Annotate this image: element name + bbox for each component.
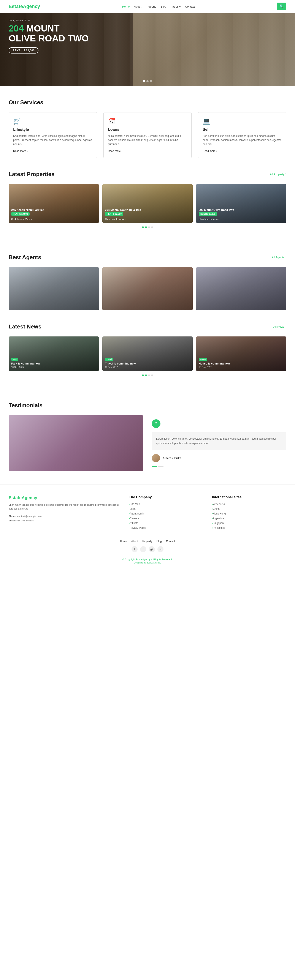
nav-pages[interactable]: Pages	[171, 5, 181, 8]
googleplus-icon[interactable]: g+	[149, 546, 155, 552]
property-name-1: 245 Azabu Nishi Park let	[11, 208, 96, 212]
property-link-3[interactable]: Click here to View	[199, 218, 284, 220]
author-name: Albert & Erika	[163, 457, 181, 460]
service-readmore-loans[interactable]: Read more	[108, 150, 187, 153]
property-image-2: 204 Montal South Bela Two RENT | $ 12,00…	[102, 184, 193, 223]
all-property-link[interactable]: All Property	[270, 172, 286, 176]
footer-nav-home[interactable]: Home	[120, 540, 127, 543]
footer-nav-about[interactable]: About	[131, 540, 138, 543]
service-readmore-lifestyle[interactable]: Read more	[13, 150, 92, 153]
news-image-3: House House is comming new 18 Sep. 2017	[196, 336, 286, 371]
hero-dots	[143, 80, 152, 82]
twitter-icon[interactable]: t	[140, 546, 146, 552]
news-info-1: Park Park is comming new 18 Sep. 2017	[9, 354, 99, 371]
nav-contact[interactable]: Contact	[185, 5, 195, 8]
prop-dot-4[interactable]	[151, 226, 153, 228]
news-card-1[interactable]: Park Park is comming new 18 Sep. 2017	[9, 336, 99, 371]
property-card-3[interactable]: 206 Mount Olive Road Two RENT | $ 12,000…	[196, 184, 286, 223]
footer-link-agentadmin: Agent Admin	[129, 512, 203, 515]
agent-card-3[interactable]	[196, 267, 286, 310]
news-dot-3[interactable]	[148, 374, 150, 376]
service-card-lifestyle: 🛒 Lifestyle Sed porttitor lectus nibh. C…	[9, 112, 97, 158]
agent-overlay-3	[196, 267, 286, 310]
footer-link-hongkong-a[interactable]: Hong Kong	[212, 512, 226, 515]
news-card-3[interactable]: House House is comming new 18 Sep. 2017	[196, 336, 286, 371]
logo[interactable]: EstateAgency	[9, 4, 40, 9]
testimonial-dot-1[interactable]	[152, 466, 157, 467]
hero-address: Doral, Florida 76345	[9, 19, 286, 22]
news-title-3: House is comming new	[199, 362, 284, 365]
nav-about[interactable]: About	[134, 5, 141, 8]
news-dot-1[interactable]	[142, 374, 144, 376]
property-link-2[interactable]: Click here to View	[105, 218, 190, 220]
services-section: Our Services 🛒 Lifestyle Sed porttitor l…	[0, 86, 295, 171]
footer-link-agentadmin-a[interactable]: Agent Admin	[129, 512, 145, 515]
all-agents-link[interactable]: All Agents	[272, 255, 286, 259]
news-info-3: House House is comming new 18 Sep. 2017	[196, 354, 286, 371]
footer-link-sitemap-a[interactable]: Site Map	[129, 503, 140, 506]
footer-link-venezuela: Venezuela	[212, 503, 286, 506]
property-card-2[interactable]: 204 Montal South Bela Two RENT | $ 12,00…	[102, 184, 193, 223]
property-info-1: 245 Azabu Nishi Park let RENT | $ 12,000…	[9, 206, 99, 223]
footer-nav-contact[interactable]: Contact	[166, 540, 175, 543]
service-title-loans: Loans	[108, 127, 187, 132]
agent-overlay-2	[102, 267, 193, 310]
linkedin-icon[interactable]: in	[158, 546, 163, 552]
all-news-link[interactable]: All News	[273, 325, 286, 328]
property-card-1[interactable]: 245 Azabu Nishi Park let RENT | $ 12,000…	[9, 184, 99, 223]
news-title: Latest News	[9, 323, 41, 330]
hero-badge-price: $ 12,000	[24, 49, 35, 52]
nav-home[interactable]: Home	[122, 5, 130, 9]
facebook-icon[interactable]: f	[132, 546, 137, 552]
footer-link-singapore-a[interactable]: Singapore	[212, 522, 225, 525]
footer-link-philippines: Philippines	[212, 527, 286, 530]
service-desc-sell: Sed porttitor lectus nibh. Cras ultricie…	[203, 134, 282, 146]
nav-list: Home About Property Blog Pages Contact	[122, 5, 195, 8]
news-grid: Park Park is comming new 18 Sep. 2017 Tr…	[9, 336, 286, 371]
hero-content: Doral, Florida 76345 204 MOUNTOLIVE ROAD…	[0, 13, 295, 60]
footer-nav-blog[interactable]: Blog	[156, 540, 162, 543]
footer-link-china-a[interactable]: China	[212, 508, 219, 511]
footer-link-legal-a[interactable]: Legal	[129, 508, 136, 511]
footer-made-by: Designed by BootstrapMade	[9, 562, 286, 564]
footer-link-philippines-a[interactable]: Philippines	[212, 527, 225, 530]
news-title-1: Park is comming new	[11, 362, 96, 365]
hero-dot-3[interactable]	[150, 80, 152, 82]
prop-dot-3[interactable]	[148, 226, 150, 228]
footer-link-argentina-a[interactable]: Argentina	[212, 517, 224, 520]
nav-property[interactable]: Property	[145, 5, 156, 8]
property-link-1[interactable]: Click here to View	[11, 218, 96, 220]
testimonial-author: Albert & Erika	[152, 454, 286, 462]
search-button[interactable]: 🔍	[277, 3, 286, 10]
hero-badge[interactable]: RENT | $ 12,000	[9, 47, 38, 54]
hero-badge-label: RENT	[13, 49, 20, 52]
lifestyle-icon: 🛒	[13, 118, 92, 125]
properties-grid: 245 Azabu Nishi Park let RENT | $ 12,000…	[9, 184, 286, 223]
services-grid: 🛒 Lifestyle Sed porttitor lectus nibh. C…	[9, 112, 286, 158]
footer-link-careers-a[interactable]: Careers	[129, 517, 139, 520]
prop-dot-1[interactable]	[142, 226, 144, 228]
prop-dot-2[interactable]	[145, 226, 147, 228]
footer-col-international: International sites Venezuela China Hong…	[212, 495, 286, 531]
footer: EstateAgency Enim minim veniam quis nost…	[0, 484, 295, 568]
service-readmore-sell[interactable]: Read more	[203, 150, 282, 153]
sell-icon: 💻	[203, 118, 282, 125]
nav-blog[interactable]: Blog	[161, 5, 166, 8]
news-dot-2[interactable]	[145, 374, 147, 376]
testimonial-inner: ❝ Lorem ipsum dolor sit amet, consectetu…	[9, 415, 286, 471]
property-badge-3: RENT | $ 12,000	[199, 212, 217, 216]
news-dot-4[interactable]	[151, 374, 153, 376]
footer-nav-property[interactable]: Property	[142, 540, 152, 543]
hero-dot-2[interactable]	[147, 80, 148, 82]
hero-dot-1[interactable]	[143, 80, 145, 82]
footer-link-affiliate-a[interactable]: Affiliate	[129, 522, 138, 525]
footer-international-title: International sites	[212, 495, 286, 499]
footer-link-privacy-a[interactable]: Privacy Policy	[129, 527, 146, 530]
testimonial-dot-2[interactable]	[158, 466, 163, 467]
agent-card-2[interactable]	[102, 267, 193, 310]
hero-title-green: 204	[9, 23, 24, 33]
news-card-2[interactable]: Travel Travel is comming new 18 Sep. 201…	[102, 336, 193, 371]
footer-link-venezuela-a[interactable]: Venezuela	[212, 503, 225, 506]
agent-card-1[interactable]	[9, 267, 99, 310]
logo-text: Estate	[9, 4, 23, 9]
